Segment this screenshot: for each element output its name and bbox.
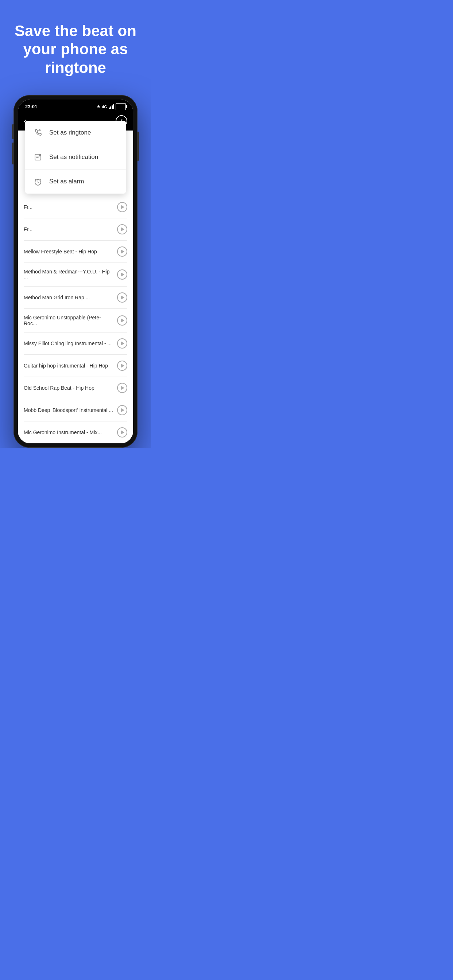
list-item[interactable]: Mic Geronimo Unstoppable (Pete-Roc... xyxy=(24,309,127,332)
play-icon xyxy=(121,341,124,345)
play-icon xyxy=(121,408,124,412)
menu-item-alarm[interactable]: Set as alarm xyxy=(25,170,126,194)
hero-section: Save the beat on your phone as ringtone xyxy=(0,0,151,92)
list-item[interactable]: Fr... xyxy=(24,218,127,240)
play-button[interactable] xyxy=(117,361,127,371)
music-title: Fr... xyxy=(24,226,117,232)
list-item[interactable]: Mellow Freestyle Beat - Hip Hop xyxy=(24,240,127,263)
wifi-icon: ★ xyxy=(97,104,100,109)
play-button[interactable] xyxy=(117,224,127,234)
music-title: Mic Geronimo Instrumental - Mix... xyxy=(24,430,117,435)
notification-icon xyxy=(32,152,43,162)
play-icon xyxy=(121,430,124,434)
play-icon xyxy=(121,318,124,323)
list-item[interactable]: Guitar hip hop instrumental - Hip Hop xyxy=(24,355,127,377)
list-item[interactable]: Old School Rap Beat - Hip Hop xyxy=(24,377,127,399)
menu-item-notification[interactable]: Set as notification xyxy=(25,145,126,170)
music-title: Method Man Grid Iron Rap ... xyxy=(24,294,117,301)
list-item[interactable]: Mic Geronimo Instrumental - Mix... xyxy=(24,422,127,443)
phone-screen: 23:01 ⚡ ★ 4G xyxy=(18,100,133,443)
alarm-label: Set as alarm xyxy=(49,178,84,185)
play-icon xyxy=(121,227,124,232)
play-button[interactable] xyxy=(117,338,127,348)
music-title: Mobb Deep 'Bloodsport' Instrumental ... xyxy=(24,407,117,413)
side-button-power xyxy=(137,132,139,161)
status-time: 23:01 xyxy=(25,104,37,110)
play-icon xyxy=(121,250,124,254)
hero-title: Save the beat on your phone as ringtone xyxy=(14,22,136,77)
play-icon xyxy=(121,363,124,368)
ringtone-label: Set as ringtone xyxy=(49,129,91,136)
music-title: Fr... xyxy=(24,204,117,210)
music-title: Old School Rap Beat - Hip Hop xyxy=(24,385,117,391)
svg-point-1 xyxy=(39,154,41,156)
list-item[interactable]: Missy Elliot Ching ling Instrumental - .… xyxy=(24,332,127,355)
music-title: Method Man & Redman---Y.O.U. - Hip ... xyxy=(24,269,117,280)
context-menu: Set as ringtone Set as notification xyxy=(25,121,126,194)
music-title: Missy Elliot Ching ling Instrumental - .… xyxy=(24,340,117,346)
play-icon xyxy=(121,272,124,277)
list-item[interactable]: Mobb Deep 'Bloodsport' Instrumental ... xyxy=(24,399,127,422)
play-icon xyxy=(121,386,124,390)
play-icon xyxy=(121,205,124,209)
phone-wrapper: 23:01 ⚡ ★ 4G xyxy=(0,92,151,448)
phone-notch xyxy=(54,100,97,110)
play-button[interactable] xyxy=(117,247,127,257)
list-item[interactable]: Method Man Grid Iron Rap ... xyxy=(24,286,127,309)
play-button[interactable] xyxy=(117,383,127,393)
music-title: Mellow Freestyle Beat - Hip Hop xyxy=(24,249,117,255)
side-button-volume-down xyxy=(12,143,13,164)
music-title: Mic Geronimo Unstoppable (Pete-Roc... xyxy=(24,315,117,326)
network-label: 4G xyxy=(102,105,107,109)
list-item[interactable]: Method Man & Redman---Y.O.U. - Hip ... xyxy=(24,263,127,286)
play-button[interactable] xyxy=(117,405,127,415)
list-item[interactable]: Fr... xyxy=(24,196,127,218)
play-button[interactable] xyxy=(117,293,127,302)
music-title: Guitar hip hop instrumental - Hip Hop xyxy=(24,363,117,369)
signal-bars xyxy=(109,104,114,109)
play-button[interactable] xyxy=(117,202,127,212)
notification-label: Set as notification xyxy=(49,153,98,161)
side-button-volume-up xyxy=(12,124,13,139)
phone-icon xyxy=(32,127,43,138)
play-button[interactable] xyxy=(117,427,127,438)
play-button[interactable] xyxy=(117,315,127,326)
play-button[interactable] xyxy=(117,269,127,280)
menu-item-ringtone[interactable]: Set as ringtone xyxy=(25,121,126,145)
battery-icon xyxy=(116,103,126,110)
alarm-icon xyxy=(32,176,43,187)
phone-mockup: 23:01 ⚡ ★ 4G xyxy=(13,95,137,448)
play-icon xyxy=(121,295,124,300)
